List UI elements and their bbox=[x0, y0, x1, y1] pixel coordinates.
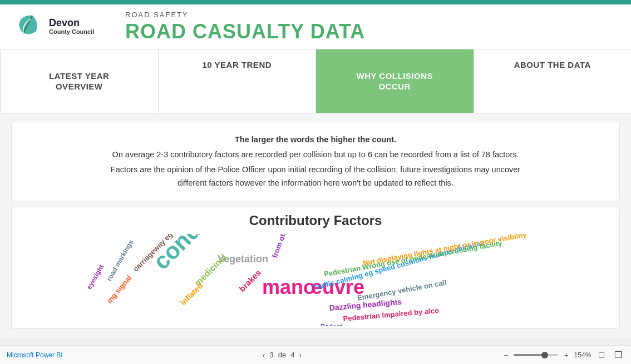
header-right: ROAD SAFETY ROAD CASUALTY DATA bbox=[114, 11, 620, 49]
nav-tabs: LATEST YEAR OVERVIEW 10 YEAR TREND WHY C… bbox=[0, 49, 631, 113]
word-cloud-word: eyesight bbox=[85, 263, 105, 291]
word-cloud-word: inflated bbox=[179, 281, 205, 307]
description-line1: The larger the words the higher the coun… bbox=[34, 133, 597, 146]
wordcloud-area: conditionsmanœuvreVegetationmedicinalinf… bbox=[23, 234, 608, 326]
devon-logo-icon bbox=[11, 10, 45, 43]
word-cloud-word: Pedest bbox=[321, 323, 342, 326]
tab-10-year-trend[interactable]: 10 YEAR TREND bbox=[159, 49, 317, 113]
word-cloud-word: from other vehicles bbox=[270, 234, 301, 259]
pagination: ‹ 3 de 4 › bbox=[263, 351, 302, 360]
fullscreen-icon[interactable]: ❐ bbox=[612, 348, 624, 361]
zoom-plus-icon[interactable]: + bbox=[561, 350, 570, 361]
word-cloud-word: Emergency vehicle on call bbox=[357, 278, 447, 302]
zoom-level: 154% bbox=[574, 351, 591, 359]
logo-area: Devon County Council bbox=[11, 10, 114, 49]
logo-line1: Devon bbox=[49, 18, 94, 29]
zoom-slider[interactable] bbox=[514, 354, 558, 356]
page-separator: de bbox=[278, 351, 286, 359]
main-title: ROAD CASUALTY DATA bbox=[125, 20, 620, 43]
next-page-arrow[interactable]: › bbox=[299, 351, 302, 360]
description-line4: different factors however the informatio… bbox=[34, 177, 597, 190]
road-safety-label: ROAD SAFETY bbox=[125, 11, 620, 19]
fit-screen-icon[interactable]: □ bbox=[597, 349, 607, 361]
wordcloud-title: Contributory Factors bbox=[23, 213, 608, 228]
tab-about-data[interactable]: ABOUT THE DATA bbox=[474, 49, 632, 113]
top-bar bbox=[0, 0, 631, 4]
powerbi-link[interactable]: Microsoft Power BI bbox=[7, 351, 63, 359]
description-box: The larger the words the higher the coun… bbox=[11, 122, 620, 201]
description-line3: Factors are the opinion of the Police Of… bbox=[34, 163, 597, 176]
logo-line2: County Council bbox=[49, 28, 94, 36]
tab-latest-year[interactable]: LATEST YEAR OVERVIEW bbox=[0, 49, 159, 113]
logo-text: Devon County Council bbox=[49, 18, 94, 36]
wordcloud-section: Contributory Factors conditionsmanœuvreV… bbox=[11, 207, 620, 329]
word-cloud-word: Not displaying lights at night or in poo… bbox=[362, 234, 527, 267]
zoom-controls: − + 154% bbox=[501, 350, 591, 361]
description-line2: On average 2-3 contributory factors are … bbox=[34, 148, 597, 161]
current-page: 3 bbox=[270, 351, 274, 359]
total-pages: 4 bbox=[290, 351, 294, 359]
main-content: The larger the words the higher the coun… bbox=[0, 113, 631, 337]
zoom-minus-icon[interactable]: − bbox=[501, 350, 510, 361]
tab-why-collisions[interactable]: WHY COLLISIONS OCCUR bbox=[316, 49, 474, 113]
prev-page-arrow[interactable]: ‹ bbox=[263, 351, 265, 360]
header: Devon County Council ROAD SAFETY ROAD CA… bbox=[0, 4, 631, 49]
bottom-bar: Microsoft Power BI ‹ 3 de 4 › − + 154% □… bbox=[0, 345, 631, 364]
word-cloud-word: road markings bbox=[105, 238, 135, 282]
word-cloud-word: brakes bbox=[237, 268, 263, 293]
bottom-right-controls: − + 154% □ ❐ bbox=[501, 348, 624, 361]
